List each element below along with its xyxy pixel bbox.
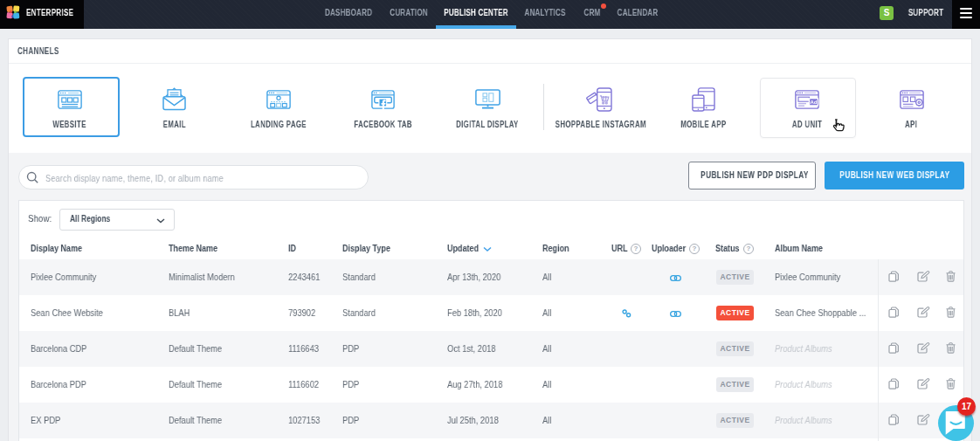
- svg-text:Ad: Ad: [811, 100, 818, 105]
